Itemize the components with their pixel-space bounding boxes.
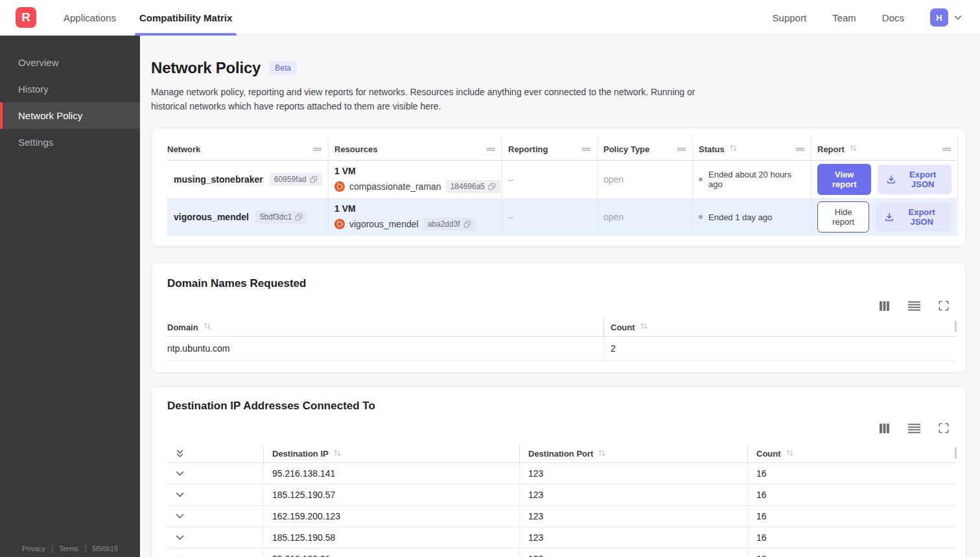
beta-badge: Beta bbox=[269, 61, 297, 75]
network-id-badge[interactable]: 60959fad bbox=[270, 173, 322, 186]
expand-icon[interactable] bbox=[939, 301, 949, 311]
count-cell: 16 bbox=[747, 463, 958, 484]
sort-icon[interactable] bbox=[849, 144, 858, 154]
copy-icon[interactable] bbox=[488, 183, 496, 190]
chevron-down-icon[interactable] bbox=[176, 535, 184, 541]
account-menu[interactable]: H bbox=[930, 8, 963, 27]
destination-table-row: 185.125.190.58 123 16 bbox=[167, 527, 957, 549]
sort-icon[interactable] bbox=[203, 322, 211, 332]
column-header-report[interactable]: Report bbox=[811, 138, 958, 160]
sidebar-item-network-policy[interactable]: Network Policy bbox=[0, 102, 140, 129]
privacy-link[interactable]: Privacy bbox=[22, 545, 45, 552]
rows-icon[interactable] bbox=[907, 423, 921, 434]
destination-port-cell: 123 bbox=[519, 527, 747, 548]
copy-icon[interactable] bbox=[463, 220, 471, 228]
double-chevron-down-icon[interactable] bbox=[176, 449, 184, 459]
policy-type-cell: open bbox=[598, 198, 693, 236]
resource-name: vigorous_mendel bbox=[349, 219, 419, 229]
column-header-policy-type[interactable]: Policy Type bbox=[598, 138, 693, 160]
ubuntu-logo-icon bbox=[334, 219, 345, 229]
nav-link-support[interactable]: Support bbox=[773, 12, 807, 23]
hide-report-button[interactable]: Hide report bbox=[817, 201, 869, 233]
column-header-destination-port[interactable]: Destination Port bbox=[519, 445, 747, 462]
column-resize-handle-icon[interactable] bbox=[312, 146, 322, 152]
rows-icon[interactable] bbox=[907, 301, 921, 312]
network-table-row: musing_stonebraker 60959fad 1 VM compass… bbox=[167, 161, 957, 198]
column-header-count[interactable]: Count bbox=[747, 445, 958, 462]
sort-icon[interactable] bbox=[333, 449, 342, 459]
app-logo[interactable]: R bbox=[16, 7, 36, 28]
vm-count: 1 VM bbox=[334, 203, 356, 214]
top-navbar: R Applications Compatibility Matrix Supp… bbox=[0, 0, 980, 36]
columns-icon[interactable] bbox=[879, 301, 890, 312]
column-header-status[interactable]: Status bbox=[693, 138, 811, 160]
columns-icon[interactable] bbox=[879, 423, 890, 434]
domain-table-toolbar bbox=[167, 300, 957, 312]
column-header-reporting[interactable]: Reporting bbox=[502, 138, 598, 160]
export-json-button[interactable]: Export JSON bbox=[876, 202, 951, 232]
sort-icon[interactable] bbox=[786, 449, 794, 459]
copy-icon[interactable] bbox=[295, 213, 303, 221]
expand-icon[interactable] bbox=[939, 423, 949, 433]
column-header-domain[interactable]: Domain bbox=[167, 318, 603, 336]
destination-table-header: Destination IP Destination Port Count bbox=[167, 445, 957, 463]
footer-divider: | bbox=[84, 544, 86, 553]
network-name: vigorous_mendel bbox=[174, 212, 249, 222]
network-cell: vigorous_mendel 5bdf3dc1 bbox=[167, 198, 329, 236]
nav-link-docs[interactable]: Docs bbox=[882, 12, 904, 23]
nav-link-team[interactable]: Team bbox=[832, 12, 856, 23]
column-resize-handle-icon[interactable] bbox=[486, 146, 496, 152]
resources-cell: 1 VM compassionate_raman 184696a5 bbox=[329, 161, 502, 198]
version-hash: 5f56b15 bbox=[92, 545, 118, 552]
sort-icon[interactable] bbox=[729, 144, 738, 154]
destination-ip-cell: 95.216.138.141 bbox=[263, 463, 519, 484]
domain-cell: ntp.ubuntu.com bbox=[167, 343, 603, 354]
export-json-button[interactable]: Export JSON bbox=[878, 165, 951, 194]
nav-tab-applications[interactable]: Applications bbox=[64, 0, 116, 36]
column-resize-handle-icon[interactable] bbox=[677, 146, 686, 152]
view-report-button[interactable]: View report bbox=[817, 164, 871, 195]
nav-tab-compatibility-matrix[interactable]: Compatibility Matrix bbox=[139, 0, 232, 36]
status-text: Ended about 20 hours ago bbox=[708, 170, 805, 189]
destination-ip-cell: 185.125.190.58 bbox=[263, 527, 519, 548]
destination-ips-card: Destination IP Addresses Connected To De… bbox=[151, 386, 966, 557]
sidebar-item-overview[interactable]: Overview bbox=[0, 49, 140, 76]
destination-table-row: 95.216.100.21 123 16 bbox=[167, 549, 957, 557]
chevron-down-icon[interactable] bbox=[176, 492, 184, 498]
chevron-down-icon[interactable] bbox=[176, 514, 184, 519]
app-logo-letter: R bbox=[21, 10, 30, 25]
sidebar: Overview History Network Policy Settings… bbox=[0, 36, 140, 557]
resource-id-badge[interactable]: 184696a5 bbox=[446, 180, 500, 193]
domain-names-card-title: Domain Names Requested bbox=[167, 277, 957, 290]
domain-table-row[interactable]: ntp.ubuntu.com 2 bbox=[167, 337, 957, 361]
sort-icon[interactable] bbox=[598, 449, 606, 459]
network-cell: musing_stonebraker 60959fad bbox=[167, 161, 329, 198]
status-dot bbox=[699, 177, 703, 181]
destination-table-toolbar bbox=[167, 422, 957, 434]
sidebar-item-history[interactable]: History bbox=[0, 76, 140, 102]
column-header-destination-ip[interactable]: Destination IP bbox=[263, 445, 519, 462]
count-cell: 16 bbox=[747, 484, 958, 505]
column-header-count[interactable]: Count bbox=[603, 318, 958, 336]
terms-link[interactable]: Terms bbox=[59, 545, 78, 552]
column-resize-handle-icon[interactable] bbox=[581, 146, 591, 152]
sort-icon[interactable] bbox=[640, 322, 648, 332]
column-resize-handle-icon[interactable] bbox=[795, 146, 805, 152]
page-description: Manage network policy, reporting and vie… bbox=[151, 85, 719, 113]
sidebar-item-settings[interactable]: Settings bbox=[0, 129, 140, 155]
chevron-down-icon[interactable] bbox=[176, 471, 184, 477]
destination-port-cell: 123 bbox=[519, 484, 747, 505]
footer-divider: | bbox=[51, 544, 53, 553]
network-id-badge[interactable]: 5bdf3dc1 bbox=[255, 210, 307, 223]
column-header-network[interactable]: Network bbox=[167, 138, 329, 160]
resource-id-badge[interactable]: aba2dd3f bbox=[423, 218, 476, 231]
count-cell: 16 bbox=[747, 506, 958, 527]
column-resize-handle-icon[interactable] bbox=[942, 146, 951, 152]
destination-table-row: 95.216.138.141 123 16 bbox=[167, 463, 957, 484]
expand-all-rows-header[interactable] bbox=[167, 445, 263, 462]
destination-ip-cell: 162.159.200.123 bbox=[263, 506, 519, 527]
column-header-resources[interactable]: Resources bbox=[329, 138, 502, 160]
destination-port-cell: 123 bbox=[519, 506, 747, 527]
copy-icon[interactable] bbox=[310, 176, 318, 183]
page-title: Network Policy bbox=[151, 59, 261, 77]
